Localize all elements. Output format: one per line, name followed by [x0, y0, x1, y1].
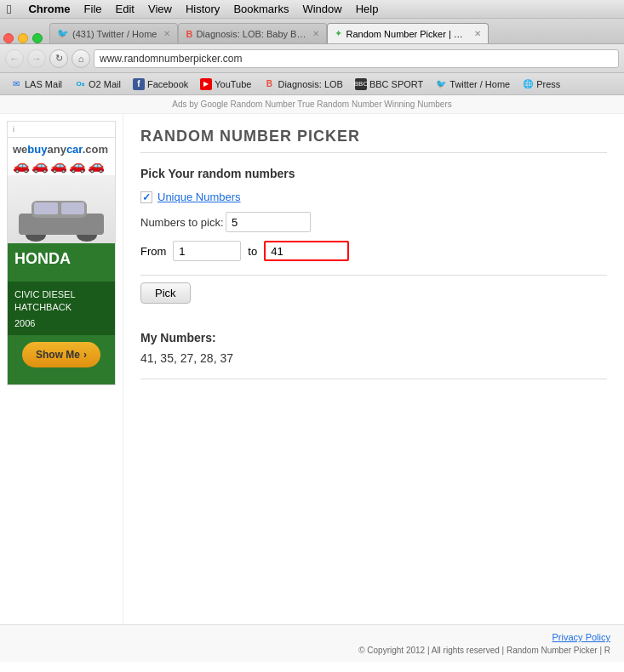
diagnosis-icon: B — [263, 78, 275, 90]
bookmark-las[interactable]: ✉ LAS Mail — [5, 77, 67, 92]
bookmark-press[interactable]: 🌐 Press — [517, 77, 565, 92]
car-icon-pink: 🚗 — [69, 157, 86, 174]
honda-car-image — [8, 175, 115, 243]
bookmark-o2-label: O2 Mail — [89, 79, 121, 89]
bookmark-youtube[interactable]: ▶ YouTube — [195, 77, 256, 92]
bookmark-twitter-label: Twitter / Home — [449, 79, 510, 89]
bookmark-youtube-label: YouTube — [215, 79, 251, 89]
page-footer: Privacy Policy © Copyright 2012 | All ri… — [0, 624, 624, 662]
car-icon-red: 🚗 — [31, 157, 49, 174]
car-icon-gray: 🚗 — [88, 157, 105, 174]
bookmark-facebook-label: Facebook — [147, 79, 188, 89]
page-content: Ads by Google Random Number True Random … — [0, 95, 624, 672]
numbers-to-pick-row: Numbers to pick: — [140, 212, 607, 232]
unique-checkbox[interactable]: ✓ — [140, 191, 152, 203]
maximize-button[interactable] — [32, 33, 43, 43]
nav-bar: ← → ↻ ⌂ www.randomnumberpicker.com — [0, 44, 624, 73]
car-icon-blue: 🚗 — [13, 157, 30, 174]
privacy-link[interactable]: Privacy Policy — [552, 632, 610, 642]
honda-green-section: HONDA — [8, 243, 115, 282]
bookmark-las-label: LAS Mail — [25, 79, 62, 89]
menu-chrome[interactable]: Chrome — [28, 3, 70, 15]
tab-random[interactable]: ✦ Random Number Picker | Ra... ✕ — [327, 23, 489, 43]
numbers-input[interactable] — [226, 212, 311, 232]
unique-numbers-row: ✓ Unique Numbers — [140, 191, 607, 203]
close-button[interactable] — [3, 33, 14, 43]
forward-button[interactable]: → — [27, 49, 46, 68]
facebook-icon: f — [133, 78, 145, 90]
tab-diagnosis-favicon: B — [186, 29, 192, 39]
divider-2 — [140, 379, 607, 379]
car-svg — [10, 184, 112, 243]
menu-history[interactable]: History — [186, 3, 220, 15]
home-button[interactable]: ⌂ — [72, 49, 90, 68]
tab-random-label: Random Number Picker | Ra... — [346, 29, 467, 39]
copyright-text: © Copyright 2012 | All rights reserved |… — [14, 646, 610, 655]
to-input[interactable] — [264, 241, 349, 261]
svg-rect-4 — [34, 202, 58, 214]
my-numbers-value: 41, 35, 27, 28, 37 — [140, 351, 607, 365]
window-controls — [3, 33, 43, 43]
twitter-icon: 🐦 — [435, 78, 447, 90]
menu-view[interactable]: View — [148, 3, 172, 15]
webuyancar-section: webuyanycar.com 🚗 🚗 🚗 🚗 🚗 — [8, 138, 115, 175]
show-me-button[interactable]: Show Me › — [22, 342, 100, 367]
minimize-button[interactable] — [18, 33, 28, 43]
menu-file[interactable]: File — [84, 3, 102, 15]
ad-banner-text: Ads by Google Random Number True Random … — [172, 100, 451, 109]
right-content: RANDOM NUMBER PICKER Pick Your random nu… — [123, 114, 624, 624]
main-layout: i webuyanycar.com 🚗 🚗 🚗 🚗 🚗 — [0, 114, 624, 624]
from-to-row: From to — [140, 241, 607, 261]
bookmark-bbcsport[interactable]: BBC BBC SPORT — [350, 77, 428, 92]
tab-random-close[interactable]: ✕ — [474, 29, 481, 38]
ad-info-icon: i — [13, 125, 14, 134]
tab-twitter[interactable]: 🐦 (431) Twitter / Home ✕ — [49, 23, 178, 43]
back-button[interactable]: ← — [5, 49, 24, 68]
honda-ad: i webuyanycar.com 🚗 🚗 🚗 🚗 🚗 — [7, 121, 116, 385]
tab-twitter-favicon: 🐦 — [57, 28, 69, 39]
bookmark-facebook[interactable]: f Facebook — [128, 77, 193, 92]
pick-button-row: Pick — [140, 282, 607, 317]
honda-car-name: HONDA — [14, 250, 108, 268]
tab-twitter-label: (431) Twitter / Home — [72, 29, 157, 39]
to-label: to — [248, 245, 257, 258]
reload-button[interactable]: ↻ — [49, 49, 68, 68]
tab-twitter-close[interactable]: ✕ — [163, 29, 170, 38]
webuyancar-logo: webuyanycar.com — [13, 143, 110, 156]
tab-diagnosis[interactable]: B Diagnosis: LOB: Baby Blues? ✕ — [178, 23, 327, 43]
apple-menu[interactable]:  — [7, 2, 11, 16]
from-input[interactable] — [173, 241, 241, 261]
from-label: From — [140, 245, 166, 258]
honda-model: CIVIC DIESEL HATCHBACK — [14, 288, 108, 315]
bookmark-o2[interactable]: O₂ O2 Mail — [69, 77, 126, 92]
unique-label[interactable]: Unique Numbers — [157, 191, 241, 203]
bookmark-diagnosis-label: Diagnosis: LOB — [278, 79, 342, 89]
honda-dark-section: CIVIC DIESEL HATCHBACK 2006 — [8, 282, 115, 335]
checkbox-check: ✓ — [142, 191, 151, 203]
menu-edit[interactable]: Edit — [116, 3, 135, 15]
svg-rect-5 — [61, 202, 84, 214]
menu-bar:  Chrome File Edit View History Bookmark… — [0, 0, 624, 19]
tab-diagnosis-close[interactable]: ✕ — [312, 29, 319, 38]
menu-help[interactable]: Help — [356, 3, 379, 15]
las-mail-icon: ✉ — [10, 78, 22, 90]
show-me-section: Show Me › — [8, 335, 115, 384]
bookmark-diagnosis[interactable]: B Diagnosis: LOB — [258, 77, 347, 92]
numbers-label: Numbers to pick: — [140, 216, 226, 229]
honda-year: 2006 — [14, 318, 108, 328]
show-me-label: Show Me — [36, 349, 80, 361]
press-icon: 🌐 — [522, 78, 534, 90]
address-bar[interactable]: www.randomnumberpicker.com — [94, 49, 619, 68]
section-title: Pick Your random numbers — [140, 167, 607, 180]
bbc-icon: BBC — [355, 78, 367, 90]
my-numbers-label: My Numbers: — [140, 331, 607, 345]
youtube-icon: ▶ — [200, 78, 212, 90]
bookmarks-bar: ✉ LAS Mail O₂ O2 Mail f Facebook ▶ YouTu… — [0, 73, 624, 95]
menu-bookmarks[interactable]: Bookmarks — [233, 3, 289, 15]
bookmark-press-label: Press — [536, 79, 560, 89]
menu-window[interactable]: Window — [302, 3, 341, 15]
pick-button[interactable]: Pick — [140, 282, 191, 304]
bookmark-twitter[interactable]: 🐦 Twitter / Home — [430, 77, 515, 92]
page-title: RANDOM NUMBER PICKER — [140, 128, 607, 153]
tab-bar: 🐦 (431) Twitter / Home ✕ B Diagnosis: LO… — [0, 19, 624, 44]
